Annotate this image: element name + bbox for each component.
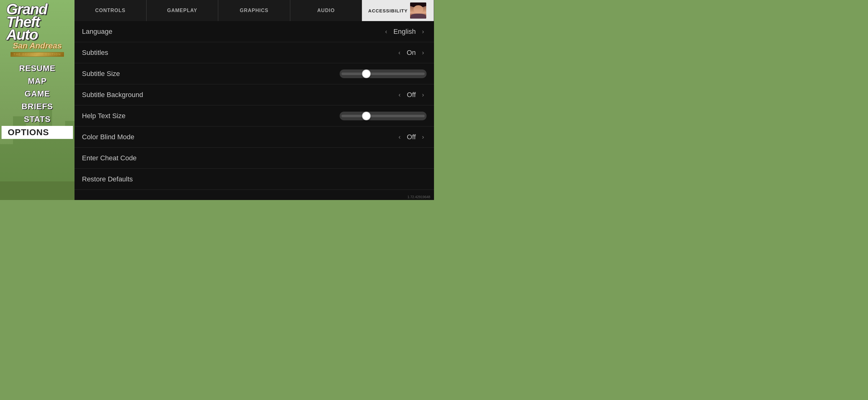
- subtitle-background-value: Off: [407, 91, 416, 99]
- setting-row-subtitles[interactable]: Subtitles ‹ On ›: [74, 42, 434, 63]
- setting-row-language[interactable]: Language ‹ English ›: [74, 21, 434, 42]
- subtitles-next-button[interactable]: ›: [420, 48, 427, 57]
- content-area: Language ‹ English › Subtitles ‹ On › Su…: [74, 21, 434, 200]
- setting-row-subtitle-background[interactable]: Subtitle Background ‹ Off ›: [74, 84, 434, 105]
- subtitle-size-slider[interactable]: [340, 69, 427, 78]
- help-text-size-label: Help Text Size: [82, 112, 125, 120]
- settings-list: Language ‹ English › Subtitles ‹ On › Su…: [74, 21, 434, 190]
- menu-item-stats[interactable]: STATS: [3, 113, 71, 125]
- subtitle-bg-next-button[interactable]: ›: [420, 90, 427, 100]
- setting-row-restore-defaults[interactable]: Restore Defaults: [74, 169, 434, 190]
- language-value: English: [393, 28, 416, 36]
- subtitles-prev-button[interactable]: ‹: [396, 48, 403, 57]
- edition-label: THE DEFINITIVE EDITION: [10, 52, 64, 57]
- help-text-size-slider[interactable]: [340, 112, 427, 120]
- setting-row-help-text-size[interactable]: Help Text Size: [74, 105, 434, 127]
- player-avatar: [410, 2, 426, 19]
- menu-item-map[interactable]: MAP: [3, 75, 71, 87]
- tab-gameplay[interactable]: GAMEPLAY: [147, 0, 219, 21]
- tab-audio[interactable]: AUDIO: [290, 0, 362, 21]
- language-label: Language: [82, 28, 113, 36]
- restore-defaults-label: Restore Defaults: [82, 175, 133, 183]
- menu-items: RESUME MAP GAME BRIEFS STATS OPTIONS: [0, 62, 74, 139]
- menu-item-game[interactable]: GAME: [3, 88, 71, 100]
- color-blind-prev-button[interactable]: ‹: [396, 132, 403, 142]
- san-andreas-text: San Andreas: [3, 41, 71, 49]
- language-prev-button[interactable]: ‹: [383, 27, 390, 36]
- subtitles-label: Subtitles: [82, 49, 108, 57]
- tabs-container: CONTROLS GAMEPLAY GRAPHICS AUDIO ACCESSI…: [74, 0, 434, 21]
- right-panel: CONTROLS GAMEPLAY GRAPHICS AUDIO ACCESSI…: [74, 0, 434, 200]
- menu-item-briefs[interactable]: BRIEFS: [3, 100, 71, 112]
- language-value-container: ‹ English ›: [383, 27, 427, 36]
- color-blind-next-button[interactable]: ›: [420, 132, 427, 142]
- tab-accessibility[interactable]: ACCESSIBILITY: [362, 0, 434, 21]
- tab-controls[interactable]: CONTROLS: [74, 0, 147, 21]
- setting-row-enter-cheat-code[interactable]: Enter Cheat Code: [74, 147, 434, 169]
- subtitle-size-thumb[interactable]: [362, 69, 371, 78]
- left-panel: Grand Theft Auto San Andreas THE DEFINIT…: [0, 0, 74, 200]
- logo-container: Grand Theft Auto San Andreas THE DEFINIT…: [3, 3, 71, 57]
- color-blind-mode-label: Color Blind Mode: [82, 133, 134, 141]
- setting-row-color-blind-mode[interactable]: Color Blind Mode ‹ Off ›: [74, 127, 434, 147]
- language-next-button[interactable]: ›: [420, 27, 427, 36]
- subtitle-size-label: Subtitle Size: [82, 70, 120, 78]
- gta-title: Grand Theft Auto: [3, 3, 71, 41]
- subtitles-value: On: [407, 49, 416, 57]
- subtitles-value-container: ‹ On ›: [396, 48, 427, 57]
- subtitle-bg-prev-button[interactable]: ‹: [396, 90, 403, 100]
- subtitle-background-value-container: ‹ Off ›: [396, 90, 427, 100]
- help-text-size-thumb[interactable]: [362, 112, 371, 120]
- color-blind-mode-value-container: ‹ Off ›: [396, 132, 427, 142]
- gta-logo: Grand Theft Auto San Andreas THE DEFINIT…: [3, 3, 71, 57]
- version-text: 1.72.42919648: [408, 195, 430, 199]
- definitive-edition-badge: THE DEFINITIVE EDITION: [3, 51, 71, 57]
- enter-cheat-code-label: Enter Cheat Code: [82, 154, 136, 162]
- menu-item-resume[interactable]: RESUME: [3, 62, 71, 74]
- setting-row-subtitle-size[interactable]: Subtitle Size: [74, 63, 434, 84]
- options-label: OPTIONS: [8, 128, 49, 137]
- color-blind-mode-value: Off: [407, 133, 416, 141]
- tab-graphics[interactable]: GRAPHICS: [218, 0, 290, 21]
- subtitle-background-label: Subtitle Background: [82, 91, 143, 99]
- accessibility-label: ACCESSIBILITY: [368, 8, 408, 13]
- menu-item-options[interactable]: OPTIONS: [2, 126, 73, 139]
